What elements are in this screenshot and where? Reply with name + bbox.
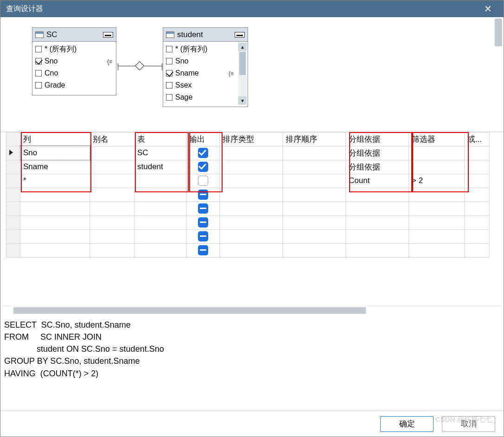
grid-header-groupby[interactable]: 分组依据 <box>346 132 409 146</box>
grid-row[interactable] <box>6 229 490 243</box>
output-checkbox[interactable] <box>198 148 208 158</box>
grid-cell[interactable] <box>409 243 465 257</box>
grid-cell[interactable] <box>220 243 283 257</box>
grid-cell[interactable] <box>409 188 465 202</box>
minimize-icon[interactable] <box>103 32 113 38</box>
grid-cell[interactable] <box>220 174 283 188</box>
grid-cell[interactable]: Sname <box>20 160 90 174</box>
grid-cell[interactable] <box>283 146 346 160</box>
sql-pane[interactable]: SELECT SC.Sno, student.Sname FROM SC INN… <box>0 314 504 411</box>
grid-cell[interactable] <box>220 215 283 229</box>
col-student-allcols[interactable]: * (所有列) <box>163 43 237 55</box>
grid-header-col[interactable]: 列 <box>20 132 90 146</box>
table-scrollbar[interactable]: ▲ ▼ <box>238 43 247 105</box>
grid-cell[interactable] <box>220 229 283 243</box>
grid-cell[interactable] <box>283 188 346 202</box>
grid-cell[interactable] <box>409 146 465 160</box>
grid-header-alias[interactable]: 别名 <box>90 132 134 146</box>
close-icon[interactable]: ✕ <box>478 0 498 17</box>
grid-cell[interactable] <box>283 160 346 174</box>
grid-row[interactable] <box>6 243 490 257</box>
grid-cell[interactable] <box>20 202 90 215</box>
table-box-sc[interactable]: SC * (所有列) Sno{≡ Cno Grade <box>32 27 116 95</box>
grid-cell[interactable] <box>90 215 134 229</box>
grid-cell[interactable] <box>465 160 490 174</box>
grid-cell-output[interactable] <box>186 160 220 174</box>
cancel-button[interactable]: 取消 <box>442 416 495 432</box>
output-checkbox[interactable] <box>198 162 208 172</box>
grid-cell[interactable] <box>283 202 346 215</box>
grid-header-sortorder[interactable]: 排序顺序 <box>283 132 346 146</box>
grid-cell[interactable] <box>220 188 283 202</box>
grid-cell-output[interactable] <box>186 215 220 229</box>
grid-cell[interactable] <box>220 160 283 174</box>
output-checkbox[interactable] <box>198 231 208 241</box>
grid-cell-output[interactable] <box>186 146 220 160</box>
grid-cell[interactable] <box>90 202 134 215</box>
grid-cell[interactable] <box>90 160 134 174</box>
grid-row[interactable] <box>6 215 490 229</box>
grid-header-output[interactable]: 输出 <box>186 132 220 146</box>
output-checkbox[interactable] <box>198 245 208 255</box>
grid-cell[interactable] <box>134 215 186 229</box>
grid-cell[interactable]: Count <box>346 174 409 188</box>
grid-cell[interactable] <box>465 174 490 188</box>
grid-row[interactable]: Snamestudent分组依据 <box>6 160 490 174</box>
col-sc-cno[interactable]: Cno <box>32 67 116 79</box>
output-checkbox[interactable] <box>198 176 208 186</box>
grid-cell[interactable] <box>20 243 90 257</box>
grid-cell[interactable] <box>90 174 134 188</box>
grid-cell[interactable] <box>134 174 186 188</box>
grid-cell[interactable] <box>346 202 409 215</box>
grid-cell-output[interactable] <box>186 229 220 243</box>
criteria-grid[interactable]: 列 别名 表 输出 排序类型 排序顺序 分组依据 筛选器 或... SnoSC分… <box>6 132 490 258</box>
grid-cell[interactable] <box>465 202 490 215</box>
grid-cell[interactable] <box>134 243 186 257</box>
grid-cell-output[interactable] <box>186 202 220 215</box>
grid-cell[interactable]: > 2 <box>409 174 465 188</box>
grid-cell[interactable] <box>409 215 465 229</box>
grid-cell[interactable] <box>283 229 346 243</box>
grid-cell[interactable]: 分组依据 <box>346 160 409 174</box>
output-checkbox[interactable] <box>198 217 208 228</box>
grid-row[interactable]: *Count> 2 <box>6 174 490 188</box>
col-student-ssex[interactable]: Ssex <box>163 79 237 91</box>
grid-cell[interactable] <box>346 215 409 229</box>
grid-cell[interactable] <box>134 229 186 243</box>
grid-cell[interactable]: Sno <box>20 146 90 160</box>
grid-cell[interactable] <box>20 188 90 202</box>
grid-cell[interactable] <box>90 243 134 257</box>
grid-cell[interactable] <box>409 160 465 174</box>
scroll-down-icon[interactable]: ▼ <box>238 96 247 105</box>
output-checkbox[interactable] <box>198 203 208 214</box>
grid-horizontal-scrollbar[interactable] <box>0 306 504 314</box>
grid-cell[interactable]: 分组依据 <box>346 146 409 160</box>
grid-cell[interactable] <box>465 215 490 229</box>
grid-cell[interactable] <box>283 174 346 188</box>
grid-cell[interactable] <box>20 215 90 229</box>
grid-cell[interactable] <box>220 202 283 215</box>
grid-cell[interactable]: SC <box>134 146 186 160</box>
scroll-thumb[interactable] <box>495 19 502 46</box>
grid-cell[interactable] <box>220 146 283 160</box>
grid-cell[interactable]: * <box>20 174 90 188</box>
grid-cell-output[interactable] <box>186 243 220 257</box>
grid-cell[interactable] <box>283 243 346 257</box>
grid-cell[interactable] <box>346 188 409 202</box>
grid-cell[interactable] <box>409 202 465 215</box>
grid-cell[interactable] <box>465 243 490 257</box>
ok-button[interactable]: 确定 <box>380 416 434 432</box>
grid-cell-output[interactable] <box>186 188 220 202</box>
grid-row[interactable]: SnoSC分组依据 <box>6 146 490 160</box>
grid-cell[interactable] <box>90 229 134 243</box>
col-student-sname[interactable]: Sname{≡ <box>163 67 237 79</box>
minimize-icon[interactable] <box>235 32 245 38</box>
grid-cell[interactable] <box>346 229 409 243</box>
grid-cell[interactable] <box>409 229 465 243</box>
table-header-sc[interactable]: SC <box>32 28 116 42</box>
col-student-sno[interactable]: Sno <box>163 55 237 67</box>
table-header-student[interactable]: student <box>163 28 248 42</box>
grid-cell[interactable] <box>20 229 90 243</box>
grid-row[interactable] <box>6 188 490 202</box>
scroll-thumb[interactable] <box>239 52 246 75</box>
